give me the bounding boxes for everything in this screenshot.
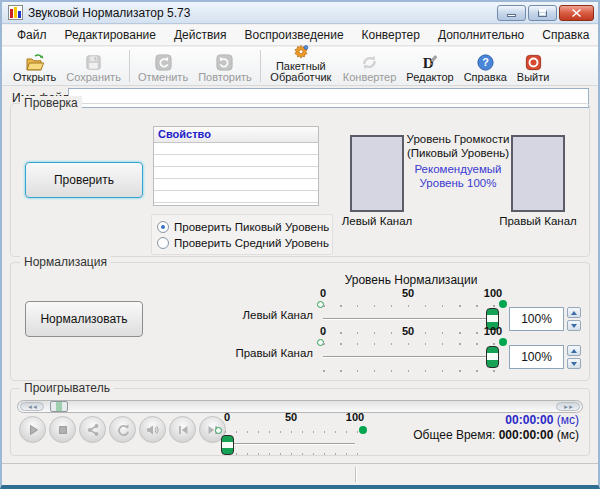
slider-track[interactable] — [323, 356, 493, 357]
close-button[interactable] — [559, 5, 594, 21]
status-bar — [2, 463, 598, 485]
scale-tick-100: 100 — [346, 411, 364, 423]
normalization-group: Нормализация Нормализовать Уровень Норма… — [10, 262, 590, 381]
seek-thumb[interactable] — [50, 401, 68, 412]
left-channel-spinner: 100% — [509, 307, 583, 331]
title-bar: Звуковой Нормализатор 5.73 — [2, 2, 598, 24]
scale-tick-100: 100 — [484, 325, 502, 337]
svg-text:?: ? — [482, 56, 489, 68]
left-channel-meter — [350, 135, 404, 212]
volume-button[interactable] — [139, 416, 166, 443]
toolbar-help-button[interactable]: ? Справка — [459, 47, 512, 83]
right-channel-caption: Правый Канал — [498, 215, 578, 227]
toolbar-separator — [129, 50, 130, 82]
seek-forward-button[interactable]: ►► — [556, 402, 580, 411]
toolbar-exit-button[interactable]: Выйти — [512, 47, 555, 83]
toolbar-open-button[interactable]: Открыть — [8, 47, 61, 83]
play-button[interactable] — [19, 416, 46, 443]
slider-max-marker-icon — [499, 300, 507, 308]
arrow-up-icon — [571, 311, 577, 315]
toolbar-converter-button[interactable]: Конвертер — [338, 47, 401, 83]
current-time-value: 00:00:00 — [505, 413, 553, 427]
total-time-value: 000:00:00 — [499, 428, 554, 442]
check-group-legend: Проверка — [20, 96, 82, 110]
player-group-legend: Проигрыватель — [20, 381, 114, 395]
arrow-up-icon — [571, 349, 577, 353]
toolbar-redo-button[interactable]: Повторить — [193, 47, 257, 83]
scale-tick-0: 0 — [224, 411, 230, 423]
editor-icon: D — [420, 52, 439, 72]
spin-up-button[interactable] — [567, 307, 581, 318]
slider-max-marker-icon — [499, 338, 507, 346]
radio-icon[interactable] — [157, 237, 169, 249]
current-time-unit: (мс) — [557, 413, 579, 427]
menu-item-extra[interactable]: Дополнительно — [429, 26, 533, 44]
slider-min-marker-icon — [215, 427, 222, 434]
radio-peak-level[interactable]: Проверить Пиковый Уровень — [157, 219, 327, 235]
toolbar-editor-button[interactable]: D Редактор — [401, 47, 458, 83]
normalization-level-title: Уровень Нормализации — [311, 273, 511, 287]
speaker-icon — [145, 423, 160, 437]
previous-button[interactable] — [169, 416, 196, 443]
toolbar-undo-button[interactable]: Отменить — [133, 47, 193, 83]
save-floppy-icon — [84, 52, 103, 72]
toolbar-separator — [260, 50, 261, 82]
spin-down-button[interactable] — [567, 320, 581, 331]
shuffle-button[interactable] — [79, 416, 106, 443]
property-table: Свойство — [153, 126, 319, 206]
exit-icon — [524, 52, 543, 72]
app-window: Звуковой Нормализатор 5.73 Файл Редактир… — [0, 0, 600, 489]
table-row — [154, 155, 318, 167]
table-row — [154, 167, 318, 179]
scale-tick-50: 50 — [402, 325, 414, 337]
menu-item-actions[interactable]: Действия — [165, 26, 236, 44]
check-button[interactable]: Проверить — [25, 162, 143, 198]
batch-gear-icon — [292, 43, 310, 61]
scale-tick-100: 100 — [484, 287, 502, 299]
normalization-group-legend: Нормализация — [20, 255, 111, 269]
spin-up-button[interactable] — [567, 345, 581, 356]
slider-thumb[interactable] — [486, 346, 499, 368]
player-volume-slider[interactable]: 0 50 100 — [211, 411, 381, 457]
radio-icon[interactable] — [157, 221, 169, 233]
menu-item-file[interactable]: Файл — [8, 26, 56, 44]
slider-thumb[interactable] — [221, 435, 234, 455]
right-channel-value[interactable]: 100% — [509, 345, 564, 369]
slider-track[interactable] — [227, 443, 355, 444]
slider-ticks — [225, 453, 359, 455]
check-group: Проверка Проверить Свойство Проверить Пи… — [10, 103, 590, 257]
menu-item-converter[interactable]: Конвертер — [353, 26, 429, 44]
toolbar: Открыть Сохранить Отменить Повторить — [2, 47, 598, 86]
recommended-level-label: Рекомендуемый Уровень 100% — [401, 162, 515, 190]
maximize-button[interactable] — [528, 5, 557, 21]
app-icon — [8, 5, 23, 20]
repeat-icon — [116, 423, 130, 437]
toolbar-batch-button[interactable]: Пакетный Обработчик — [264, 47, 338, 83]
player-buttons — [19, 416, 226, 443]
maximize-icon — [538, 9, 547, 17]
right-channel-slider[interactable]: 0 50 100 — [315, 325, 515, 375]
menu-item-playback[interactable]: Воспроизведение — [236, 26, 353, 44]
slider-ticks — [323, 370, 495, 372]
toolbar-save-button[interactable]: Сохранить — [61, 47, 126, 83]
check-mode-panel: Проверить Пиковый Уровень Проверить Сред… — [151, 214, 333, 255]
seek-back-button[interactable]: ◄◄ — [20, 402, 44, 411]
window-title: Звуковой Нормализатор 5.73 — [28, 6, 190, 20]
stop-button[interactable] — [49, 416, 76, 443]
normalize-button[interactable]: Нормализовать — [25, 301, 143, 337]
spin-down-button[interactable] — [567, 358, 581, 369]
repeat-button[interactable] — [109, 416, 136, 443]
menu-item-help[interactable]: Справка — [533, 26, 598, 44]
left-channel-value[interactable]: 100% — [509, 307, 564, 331]
convert-arrows-icon — [360, 52, 379, 72]
menu-item-edit[interactable]: Редактирование — [56, 26, 165, 44]
status-divider — [355, 467, 356, 482]
shuffle-icon — [86, 423, 100, 437]
help-icon: ? — [476, 52, 495, 72]
minimize-icon — [507, 14, 516, 17]
slider-ticks — [323, 343, 495, 345]
slider-ticks — [323, 305, 495, 307]
minimize-button[interactable] — [497, 5, 526, 21]
radio-average-level[interactable]: Проверить Средний Уровень — [157, 235, 327, 251]
slider-track[interactable] — [323, 318, 493, 319]
